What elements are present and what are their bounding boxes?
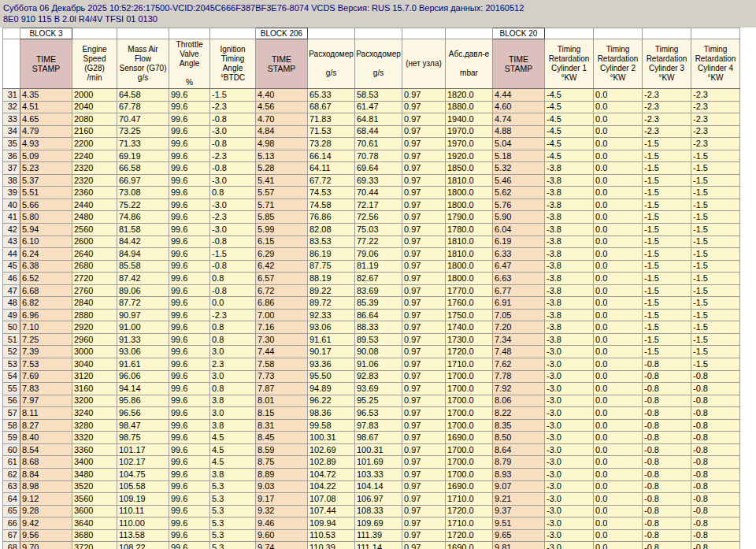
data-cell[interactable]: 1700.0 <box>446 419 493 432</box>
data-cell[interactable]: -1.5 <box>691 321 740 334</box>
data-cell[interactable]: 2360 <box>72 187 117 199</box>
data-cell[interactable]: -4.5 <box>545 101 594 113</box>
time-stamp-cell[interactable]: 7.05 <box>493 309 545 321</box>
data-cell[interactable]: 76.86 <box>308 211 355 224</box>
data-cell[interactable]: 0.0 <box>594 321 643 334</box>
data-cell[interactable]: -0.8 <box>643 407 691 420</box>
data-cell[interactable]: 99.6 <box>169 224 210 236</box>
time-stamp-cell[interactable]: 7.83 <box>20 383 72 395</box>
data-cell[interactable]: 97.83 <box>355 419 402 432</box>
data-cell[interactable]: 1700.0 <box>446 443 493 456</box>
data-cell[interactable]: 99.6 <box>169 346 210 358</box>
time-stamp-cell[interactable]: 4.79 <box>20 125 72 138</box>
data-cell[interactable]: 91.61 <box>117 358 169 371</box>
time-stamp-cell[interactable]: 7.30 <box>256 333 308 346</box>
data-cell[interactable]: 2480 <box>72 211 117 224</box>
time-stamp-cell[interactable]: 5.37 <box>20 174 72 187</box>
data-cell[interactable]: 100.31 <box>355 443 402 456</box>
time-stamp-cell[interactable]: 6.82 <box>20 297 72 310</box>
data-cell[interactable]: -2.3 <box>210 211 256 224</box>
data-cell[interactable]: 2560 <box>72 224 117 236</box>
data-cell[interactable]: 1710.0 <box>446 493 493 506</box>
data-cell[interactable]: 1690.0 <box>446 542 493 549</box>
data-cell[interactable]: 99.6 <box>169 236 210 248</box>
data-cell[interactable]: -0.8 <box>643 456 691 469</box>
data-cell[interactable]: 109.69 <box>355 517 402 530</box>
data-cell[interactable]: 95.86 <box>117 395 169 407</box>
data-cell[interactable]: 5.3 <box>210 542 256 549</box>
data-cell[interactable]: 99.6 <box>169 150 210 162</box>
time-stamp-cell[interactable]: 6.04 <box>493 224 545 236</box>
data-cell[interactable]: 0.0 <box>594 407 643 420</box>
data-cell[interactable]: -3.8 <box>545 211 594 224</box>
data-cell[interactable]: -1.5 <box>643 297 691 310</box>
data-cell[interactable]: 2760 <box>72 284 117 297</box>
data-cell[interactable]: 68.44 <box>355 125 402 138</box>
data-cell[interactable]: 0.0 <box>594 248 643 261</box>
data-cell[interactable]: -0.8 <box>691 493 740 506</box>
data-cell[interactable]: 93.36 <box>308 358 355 371</box>
data-cell[interactable]: -0.8 <box>691 456 740 469</box>
data-cell[interactable]: -4.5 <box>545 113 594 126</box>
data-cell[interactable]: 0.97 <box>402 101 446 113</box>
data-cell[interactable]: 2600 <box>72 236 117 248</box>
data-cell[interactable]: 106.97 <box>355 493 402 506</box>
data-cell[interactable]: -3.0 <box>545 468 594 480</box>
data-cell[interactable]: 101.17 <box>117 443 169 456</box>
data-cell[interactable]: 0.97 <box>402 89 446 102</box>
data-cell[interactable]: 1970.0 <box>446 125 493 138</box>
time-stamp-cell[interactable]: 6.10 <box>20 236 72 248</box>
time-stamp-cell[interactable]: 8.68 <box>20 456 72 469</box>
data-cell[interactable]: 4.5 <box>210 456 256 469</box>
data-cell[interactable]: 1690.0 <box>446 432 493 444</box>
row-number[interactable]: 67 <box>3 529 20 542</box>
data-cell[interactable]: 64.11 <box>308 162 355 175</box>
row-number[interactable]: 31 <box>3 89 20 102</box>
data-cell[interactable]: -3.8 <box>545 260 594 273</box>
time-stamp-cell[interactable]: 5.32 <box>493 162 545 175</box>
time-stamp-cell[interactable]: 4.56 <box>256 101 308 113</box>
data-cell[interactable]: 4.5 <box>210 443 256 456</box>
data-cell[interactable]: 95.25 <box>355 395 402 407</box>
data-cell[interactable]: 0.97 <box>402 284 446 297</box>
data-cell[interactable]: 99.6 <box>169 321 210 334</box>
data-cell[interactable]: -2.3 <box>691 89 740 102</box>
data-cell[interactable]: 93.69 <box>355 383 402 395</box>
data-cell[interactable]: 0.0 <box>594 260 643 273</box>
data-cell[interactable]: 2.3 <box>210 358 256 371</box>
data-cell[interactable]: -0.8 <box>210 113 256 126</box>
time-stamp-cell[interactable]: 8.40 <box>20 432 72 444</box>
data-cell[interactable]: 99.6 <box>169 529 210 542</box>
data-cell[interactable]: 0.97 <box>402 542 446 549</box>
time-stamp-cell[interactable]: 9.60 <box>256 529 308 542</box>
data-cell[interactable]: 0.97 <box>402 248 446 261</box>
data-cell[interactable]: -1.5 <box>643 138 691 150</box>
row-number[interactable]: 50 <box>3 321 20 334</box>
row-number[interactable]: 37 <box>3 162 20 175</box>
data-cell[interactable]: 0.97 <box>402 480 446 493</box>
data-cell[interactable]: 0.97 <box>402 419 446 432</box>
data-cell[interactable]: 1940.0 <box>446 113 493 126</box>
data-cell[interactable]: 74.58 <box>308 198 355 211</box>
data-cell[interactable]: 92.83 <box>355 370 402 383</box>
data-cell[interactable]: 0.97 <box>402 505 446 517</box>
data-cell[interactable]: -0.8 <box>210 138 256 150</box>
data-cell[interactable]: 0.0 <box>594 125 643 138</box>
time-stamp-cell[interactable]: 7.53 <box>20 358 72 371</box>
time-stamp-cell[interactable]: 8.35 <box>493 419 545 432</box>
data-cell[interactable]: 99.6 <box>169 542 210 549</box>
data-cell[interactable]: -1.5 <box>691 211 740 224</box>
data-cell[interactable]: -3.0 <box>545 493 594 506</box>
time-stamp-cell[interactable]: 4.40 <box>256 89 308 102</box>
time-stamp-cell[interactable]: 9.37 <box>493 505 545 517</box>
data-cell[interactable]: -1.5 <box>643 150 691 162</box>
data-cell[interactable]: -3.8 <box>545 187 594 199</box>
time-stamp-cell[interactable]: 9.51 <box>493 517 545 530</box>
data-cell[interactable]: 3.0 <box>210 407 256 420</box>
data-cell[interactable]: 3160 <box>72 383 117 395</box>
data-cell[interactable]: 99.6 <box>169 162 210 175</box>
data-cell[interactable]: 73.28 <box>308 138 355 150</box>
data-cell[interactable]: 0.97 <box>402 224 446 236</box>
row-number[interactable]: 51 <box>3 333 20 346</box>
data-cell[interactable]: 85.39 <box>355 297 402 310</box>
